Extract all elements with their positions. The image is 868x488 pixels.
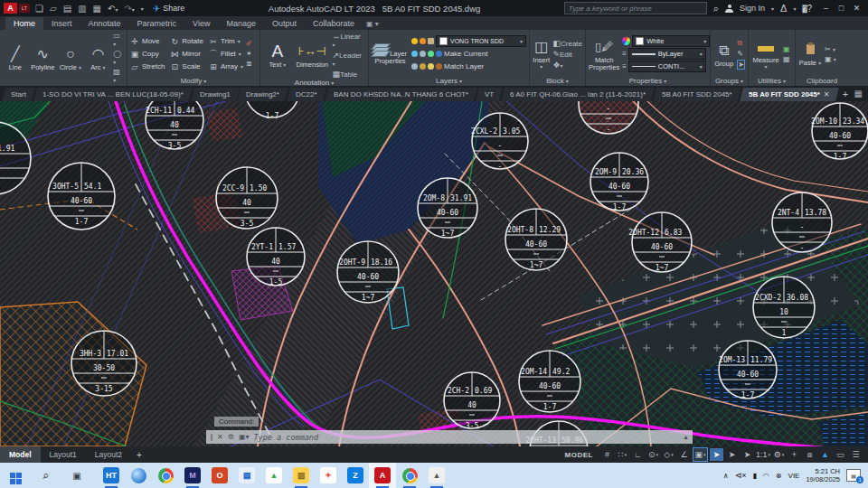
id-point-icon[interactable]: ▣ — [783, 45, 790, 53]
insert-block-button[interactable]: ◫ Insert ▾ — [533, 37, 550, 71]
object-snap-icon[interactable]: ▣▾ — [693, 447, 708, 462]
table-button[interactable]: ▦Table — [333, 70, 365, 79]
ribbon-tab-output[interactable]: Output — [264, 17, 305, 30]
layout-tab-layout2[interactable]: Layout2 — [86, 446, 131, 463]
paste-button[interactable]: Paste ▾ — [798, 40, 822, 68]
match-layer-button[interactable]: Match Layer — [411, 61, 526, 72]
ribbon-tab-insert[interactable]: Insert — [43, 17, 80, 30]
file-tab[interactable]: 1-SO DO VI TRI VA ... BEN LUC(18-05-09)* — [33, 88, 193, 101]
layer-on-bulb-icon[interactable] — [411, 38, 418, 44]
new-drawing-tab-button[interactable]: + — [843, 89, 848, 99]
ungroup-icon[interactable]: ⧉ — [737, 39, 745, 48]
app-mu[interactable]: M — [179, 463, 206, 488]
app-office[interactable]: O — [206, 463, 233, 488]
tray-expand-icon[interactable]: ∧ — [723, 472, 729, 480]
panel-label-groups[interactable]: Groups▾ — [711, 76, 748, 86]
customization-menu-icon[interactable]: ☰ — [849, 448, 863, 461]
notification-center-icon[interactable]: ▤ 1 — [846, 469, 861, 482]
move-button[interactable]: ✛Move — [130, 35, 165, 48]
ribbon-tab-annotate[interactable]: Annotate — [80, 17, 129, 30]
group-edit-icon[interactable]: ✎ — [737, 50, 745, 58]
panel-label-block[interactable]: Block▾ — [530, 76, 585, 86]
isolate-objects-icon[interactable]: ⧈ — [803, 448, 816, 461]
grid-icon[interactable]: # — [600, 448, 614, 461]
minimize-button[interactable]: – — [818, 4, 834, 13]
object-color-dropdown[interactable]: White ▾ — [632, 35, 710, 47]
ribbon-tab-view[interactable]: View — [184, 17, 218, 30]
app-google-drive[interactable]: ▲ — [260, 463, 288, 488]
app-chrome-2[interactable] — [396, 463, 423, 488]
file-tab-active[interactable]: 5B A0 FIT SDD 2045*✕ — [740, 88, 838, 101]
command-expand-icon[interactable]: ▲ — [683, 434, 689, 440]
scale-button[interactable]: ⊡Scale — [170, 61, 203, 73]
arc-button[interactable]: ◠ Arc ▾ — [86, 44, 111, 72]
command-close-icon[interactable]: ✕ — [217, 433, 223, 441]
file-tab[interactable]: VT — [476, 88, 503, 101]
command-recent-icon[interactable]: ▣▾ — [239, 433, 250, 441]
leader-button[interactable]: ↗Leader ▾ — [333, 51, 365, 68]
layer-properties-button[interactable]: Layer Properties — [372, 43, 409, 64]
object-snap-tracking-icon[interactable]: ∠ — [677, 448, 691, 461]
ellipse-icon[interactable]: ◯ ▾ — [113, 50, 124, 66]
create-block-button[interactable]: ◧Create — [552, 39, 582, 48]
app-autocad[interactable]: A — [369, 463, 396, 488]
annotation-visibility-icon[interactable]: ➤ — [710, 448, 723, 461]
layout-tab-model[interactable]: Model — [0, 446, 41, 463]
match-properties-button[interactable]: ▯🖉 Match Properties — [589, 37, 619, 70]
save-icon[interactable]: ▤ — [63, 4, 71, 14]
app-ht[interactable]: HT — [98, 463, 125, 488]
new-file-icon[interactable]: ❏ — [35, 4, 43, 14]
qat-customize-icon[interactable]: ▾ — [141, 5, 144, 12]
language-indicator[interactable]: VIE — [788, 472, 800, 480]
command-line-bar[interactable]: ∥ ✕ ⚙ ▣▾ Type a command ▲ — [206, 430, 693, 444]
new-layout-button[interactable]: + — [131, 450, 147, 460]
autocad-app-icon[interactable]: A — [4, 3, 17, 14]
explode-icon[interactable]: ✶ — [246, 50, 252, 58]
app-google-earth[interactable] — [125, 463, 152, 488]
make-current-button[interactable]: Make Current — [411, 48, 526, 60]
layout-tab-layout1[interactable]: Layout1 — [41, 446, 86, 463]
fillet-button[interactable]: ⌒Fillet▾ — [209, 48, 243, 61]
linear-button[interactable]: ↔Linear ▾ — [333, 32, 365, 49]
taskbar-clock[interactable]: 5:21 CH 19/08/2025 — [806, 467, 840, 483]
panel-label-modify[interactable]: Modify▾ — [127, 76, 259, 86]
app-remote-desktop[interactable]: ▤ — [233, 463, 260, 488]
file-tab[interactable]: Drawing2* — [238, 88, 289, 101]
file-tab[interactable]: 6 A0 FIT QH-06.Giao ... lan 2 (11-6-2021… — [502, 88, 656, 101]
panel-label-utilities[interactable]: Utilities▾ — [749, 76, 795, 86]
graphics-performance-icon[interactable]: ▲ — [818, 448, 832, 461]
autodesk-logo-icon[interactable]: Δ — [780, 3, 787, 14]
sign-in-button[interactable]: Sign In — [740, 4, 765, 13]
open-file-icon[interactable]: ▱ — [50, 4, 57, 14]
autoscale-icon[interactable]: ➤ — [725, 448, 739, 461]
file-tab-close-icon[interactable]: ✕ — [824, 90, 830, 99]
undo-icon[interactable]: ↶▾ — [108, 4, 118, 14]
polyline-button[interactable]: ∿ Polyline — [31, 44, 56, 71]
file-tab[interactable]: 5B A0 FIT SDD 2045* — [654, 88, 741, 101]
clean-screen-icon[interactable]: ▭ — [834, 448, 847, 461]
help-icon[interactable]: 🯄? — [802, 4, 812, 14]
command-grip-icon[interactable]: ∥ — [210, 433, 213, 441]
group-select-icon[interactable]: ➤ — [737, 60, 745, 70]
close-button[interactable]: ✕ — [849, 4, 864, 13]
workspace-dropdown-icon[interactable]: ▣ ▾ — [366, 20, 379, 30]
sign-in-caret-icon[interactable]: ▾ — [771, 5, 774, 12]
isometric-drafting-icon[interactable]: ◇▾ — [662, 448, 675, 461]
annotation-scale-value[interactable]: 1:1▾ — [756, 448, 770, 461]
measure-button[interactable]: Measure ▾ — [751, 37, 780, 71]
ortho-icon[interactable]: ∟ — [631, 448, 645, 461]
plot-icon[interactable]: ▦ — [93, 4, 101, 14]
start-button[interactable] — [0, 467, 31, 484]
battery-icon[interactable]: ▮ — [752, 472, 756, 480]
group-button[interactable]: ⧉ Group — [713, 41, 734, 68]
trim-button[interactable]: ✂Trim▾ — [209, 35, 243, 48]
offset-icon[interactable]: ≣ — [246, 60, 252, 68]
ribbon-tab-manage[interactable]: Manage — [218, 17, 264, 30]
attributes-icon[interactable]: ❖▾ — [552, 61, 582, 70]
app-photos[interactable]: ✦ — [315, 463, 342, 488]
file-tab[interactable]: Drawing1 — [191, 88, 240, 101]
rotate-button[interactable]: ↻Rotate — [170, 35, 203, 48]
command-customize-icon[interactable]: ⚙ — [228, 433, 234, 441]
annotation-monitor-icon[interactable]: + — [788, 448, 801, 461]
annotation-scale-list-icon[interactable]: ➤ — [741, 448, 754, 461]
